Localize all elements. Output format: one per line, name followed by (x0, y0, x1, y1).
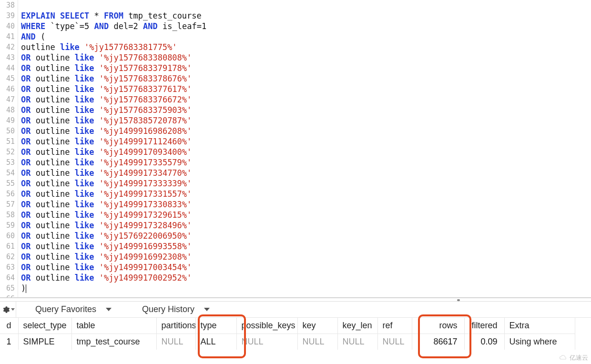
keyword-token: like (75, 105, 94, 115)
identifier-token: outline (36, 221, 70, 230)
cell-Extra[interactable]: Using where (504, 334, 575, 350)
string-token: '%jy1577683378676%' (99, 74, 192, 83)
code-line[interactable]: OR outline like '%jy1499916993558%' (21, 241, 591, 252)
code-line[interactable]: EXPLAIN SELECT * FROM tmp_test_course (21, 10, 591, 21)
keyword-token: OR (21, 116, 31, 125)
code-line[interactable]: ) (21, 283, 591, 293)
keyword-token: like (75, 158, 94, 167)
code-line[interactable]: OR outline like '%jy1499917331557%' (21, 189, 591, 199)
table-row[interactable]: 1SIMPLEtmp_test_courseNULLALLNULLNULLNUL… (0, 334, 575, 350)
code-line[interactable]: OR outline like '%jy1577683376672%' (21, 94, 591, 105)
code-line[interactable] (21, 0, 591, 10)
cell-table[interactable]: tmp_test_course (71, 334, 156, 350)
identifier-token: outline (36, 116, 70, 125)
cell-ref[interactable]: NULL (377, 334, 412, 350)
code-line[interactable]: OR outline like '%jy1499917003454%' (21, 262, 591, 273)
line-number-gutter: 3839404142434445464748495051525354555657… (0, 0, 18, 297)
chevron-down-icon (204, 308, 210, 311)
code-line[interactable]: AND ( (21, 31, 591, 42)
code-line[interactable]: OR outline like '%jy1576922006950%' (21, 231, 591, 241)
line-number: 51 (0, 136, 15, 147)
keyword-token: OR (21, 221, 31, 230)
query-history-button[interactable]: Query History (123, 302, 221, 317)
code-line[interactable]: OR outline like '%jy1499917334770%' (21, 168, 591, 178)
keyword-token: like (75, 116, 94, 125)
cell-possible_keys[interactable]: NULL (236, 334, 297, 350)
keyword-token: OR (21, 200, 31, 209)
code-line[interactable]: WHERE `type`=5 AND del=2 AND is_leaf=1 (21, 21, 591, 31)
code-line[interactable]: OR outline like '%jy1499917093400%' (21, 147, 591, 157)
keyword-token: like (75, 200, 94, 209)
string-token: '%jy1577683376672%' (99, 95, 192, 104)
code-line[interactable]: OR outline like '%jy1499917112460%' (21, 136, 591, 147)
column-header-partitions[interactable]: partitions (156, 318, 195, 334)
line-number: 48 (0, 105, 15, 115)
watermark-text: 亿速云 (570, 354, 588, 362)
pane-divider[interactable] (0, 298, 591, 302)
code-line[interactable]: OR outline like '%jy1499917333339%' (21, 178, 591, 189)
column-header-table[interactable]: table (71, 318, 156, 334)
identifier-token: outline (36, 210, 70, 220)
code-line[interactable] (21, 293, 591, 298)
query-favorites-button[interactable]: Query Favorites (16, 302, 123, 317)
code-line[interactable]: OR outline like '%jy1499917330833%' (21, 199, 591, 210)
code-line[interactable]: OR outline like '%jy1499917335579%' (21, 157, 591, 168)
keyword-token: like (75, 189, 94, 199)
column-header-ref[interactable]: ref (377, 318, 412, 334)
code-line[interactable]: OR outline like '%jy1577683375903%' (21, 105, 591, 115)
column-header-key[interactable]: key (297, 318, 337, 334)
line-number: 59 (0, 220, 15, 231)
explain-results-table[interactable]: dselect_typetablepartitionstypepossible_… (0, 318, 575, 350)
string-token: '%jy1577683377617%' (99, 84, 192, 94)
code-line[interactable]: OR outline like '%jy1499917002952%' (21, 273, 591, 283)
keyword-token: OR (21, 105, 31, 115)
cell-filtered[interactable]: 0.09 (464, 334, 504, 350)
line-number: 52 (0, 147, 15, 157)
column-header-Extra[interactable]: Extra (504, 318, 575, 334)
code-line[interactable]: OR outline like '%jy1499916986208%' (21, 126, 591, 136)
cell-rows[interactable]: 86617 (412, 334, 464, 350)
code-line[interactable]: outline like '%jy1577683381775%' (21, 42, 591, 52)
string-token: '%jy1499917112460%' (99, 137, 192, 146)
sql-editor[interactable]: 3839404142434445464748495051525354555657… (0, 0, 591, 298)
identifier-token: outline (36, 168, 70, 178)
code-line[interactable]: OR outline like '%jy1499917329615%' (21, 210, 591, 220)
column-header-d[interactable]: d (0, 318, 18, 334)
sql-code-area[interactable]: EXPLAIN SELECT * FROM tmp_test_courseWHE… (18, 0, 591, 297)
cell-partitions[interactable]: NULL (156, 334, 195, 350)
line-number: 47 (0, 94, 15, 105)
line-number: 49 (0, 115, 15, 126)
operator-token: = (197, 21, 202, 31)
string-token: '%jy1577683380808%' (99, 53, 192, 62)
code-line[interactable]: OR outline like '%jy1577683377617%' (21, 84, 591, 94)
keyword-token: OR (21, 84, 31, 94)
identifier-token: outline (36, 53, 70, 62)
code-line[interactable]: OR outline like '%jy1577683378676%' (21, 73, 591, 84)
cell-d[interactable]: 1 (0, 334, 18, 350)
cell-select_type[interactable]: SIMPLE (18, 334, 71, 350)
code-line[interactable]: OR outline like '%jy1577683380808%' (21, 52, 591, 63)
cell-type[interactable]: ALL (195, 334, 236, 350)
line-number: 46 (0, 84, 15, 94)
line-number: 54 (0, 168, 15, 178)
string-token: '%jy1499917330833%' (99, 200, 192, 209)
code-line[interactable]: OR outline like '%jy1499917328496%' (21, 220, 591, 231)
line-number: 62 (0, 252, 15, 262)
column-header-select_type[interactable]: select_type (18, 318, 71, 334)
column-header-possible_keys[interactable]: possible_keys (236, 318, 297, 334)
code-line[interactable]: OR outline like '%jy1499916992308%' (21, 252, 591, 262)
keyword-token: OR (21, 273, 31, 283)
keyword-token: like (75, 126, 94, 136)
code-line[interactable]: OR outline like '%jy1578385720787%' (21, 115, 591, 126)
column-header-type[interactable]: type (195, 318, 236, 334)
column-header-filtered[interactable]: filtered (464, 318, 504, 334)
code-line[interactable]: OR outline like '%jy1577683379178%' (21, 63, 591, 73)
keyword-token: OR (21, 126, 31, 136)
string-token: '%jy1577683381775%' (84, 42, 177, 52)
cell-key[interactable]: NULL (297, 334, 337, 350)
cell-key_len[interactable]: NULL (337, 334, 377, 350)
settings-button[interactable] (0, 302, 16, 317)
column-header-rows[interactable]: rows (412, 318, 464, 334)
identifier-token: outline (36, 231, 70, 241)
column-header-key_len[interactable]: key_len (337, 318, 377, 334)
